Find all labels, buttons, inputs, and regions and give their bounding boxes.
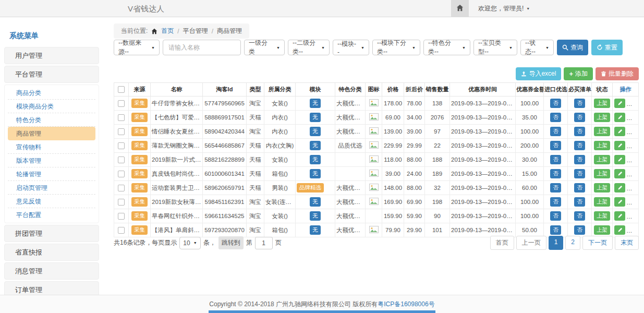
cell-coupon-time: 2019-09-13—2019-09-17 bbox=[450, 195, 516, 209]
cell-coupon-time: 2019-09-13—2019-09-17 bbox=[450, 97, 516, 111]
filter-feature-category[interactable]: --特色分类--▼ bbox=[423, 40, 470, 55]
pager-item[interactable]: 末页 bbox=[615, 236, 639, 250]
cell-module: 无 bbox=[296, 111, 335, 125]
filter-data-source[interactable]: --数据来源--▼ bbox=[114, 40, 160, 55]
edit-button[interactable] bbox=[614, 211, 625, 221]
row-checkbox[interactable] bbox=[118, 114, 125, 121]
edit-button[interactable] bbox=[614, 113, 625, 122]
imported-badge: 否 bbox=[550, 113, 561, 122]
cell-coupon-amount: 15.00 bbox=[516, 167, 544, 181]
add-button[interactable]: + 添加 bbox=[564, 67, 593, 80]
pager-item[interactable]: 下一页 bbox=[582, 236, 613, 250]
row-checkbox[interactable] bbox=[118, 199, 125, 206]
pager-item[interactable]: 首页 bbox=[490, 236, 514, 250]
sidebar-item[interactable]: 特色分类 bbox=[8, 113, 95, 127]
batch-delete-button[interactable]: 批量删除 bbox=[596, 67, 639, 80]
select-value: --模块下分类-- bbox=[377, 39, 409, 56]
pager-item[interactable]: 上一页 bbox=[516, 236, 546, 250]
cell-price: 229.99 bbox=[382, 139, 404, 153]
must-buy-badge: 否 bbox=[574, 99, 585, 107]
cell-actions bbox=[613, 125, 639, 139]
sidebar-item[interactable]: 商品分类 bbox=[8, 86, 95, 100]
cell-icon bbox=[366, 209, 382, 223]
edit-button[interactable] bbox=[614, 141, 625, 150]
sidebar-item[interactable]: 轮播管理 bbox=[8, 167, 95, 181]
query-button[interactable]: 查询 bbox=[557, 40, 588, 55]
cell-sales: 101 bbox=[425, 223, 450, 237]
row-checkbox[interactable] bbox=[118, 100, 125, 107]
column-header: 所属分类 bbox=[264, 83, 296, 97]
sidebar-item[interactable]: 拼团管理 bbox=[4, 225, 99, 242]
select-value: --二级分类-- bbox=[293, 39, 318, 56]
select-all-checkbox[interactable] bbox=[118, 86, 125, 93]
filter-item-type[interactable]: --宝贝类型--▼ bbox=[473, 40, 517, 55]
column-header: 进口优选 bbox=[544, 83, 568, 97]
sidebar-item[interactable]: 平台配置 bbox=[8, 208, 95, 222]
jump-button[interactable]: 跳转到 bbox=[218, 236, 244, 249]
pagination-bar: 共16条记录，每页显示 10 ▼ 条， 跳转到 第 页 首页上一页12下一页末页 bbox=[114, 236, 639, 250]
sidebar-item[interactable]: 意见反馈 bbox=[8, 195, 95, 208]
row-checkbox[interactable] bbox=[118, 142, 125, 149]
edit-button[interactable] bbox=[614, 169, 625, 178]
welcome-dropdown[interactable]: 欢迎您，管理员! ▼ bbox=[478, 4, 530, 13]
select-value: 一级分类 bbox=[249, 39, 273, 56]
home-button[interactable] bbox=[451, 0, 469, 17]
edit-button[interactable] bbox=[614, 99, 625, 108]
sidebar-item[interactable]: 宣传物料 bbox=[8, 140, 95, 154]
pager-item[interactable]: 2 bbox=[565, 236, 580, 250]
row-checkbox[interactable] bbox=[118, 156, 125, 163]
filter-name[interactable] bbox=[163, 40, 241, 55]
cell-select bbox=[114, 167, 129, 181]
edit-button[interactable] bbox=[614, 225, 625, 235]
cell-discount-price: 78.00 bbox=[404, 97, 425, 111]
cell-taoke-id: 596611634525 bbox=[203, 209, 247, 223]
sidebar-item[interactable]: 模块商品分类 bbox=[8, 100, 95, 113]
filter-module-sub-category[interactable]: --模块下分类--▼ bbox=[372, 40, 420, 55]
filter-module[interactable]: --模块--▼ bbox=[333, 40, 369, 55]
cell-price: 118.00 bbox=[382, 153, 404, 167]
cell-category: 女装(连衣裙) bbox=[264, 195, 296, 209]
breadcrumb-home-link[interactable]: 首页 bbox=[161, 27, 174, 35]
sidebar-item[interactable]: 省直快报 bbox=[4, 244, 99, 261]
cell-sales: 97 bbox=[425, 125, 450, 139]
row-checkbox[interactable] bbox=[118, 213, 125, 220]
edit-button[interactable] bbox=[614, 155, 625, 164]
module-badge: 无 bbox=[310, 211, 321, 220]
source-badge: 采集 bbox=[131, 169, 148, 178]
row-checkbox[interactable] bbox=[118, 185, 125, 191]
edit-button[interactable] bbox=[614, 183, 625, 192]
cell-imported: 否 bbox=[544, 167, 568, 181]
cell-feature: 大额优惠券 bbox=[335, 195, 366, 209]
reset-button[interactable]: 重置 bbox=[591, 40, 623, 55]
footer-icp-link[interactable]: 粤ICP备16098006号 bbox=[378, 300, 434, 309]
cell-taoke-id: 588869917501 bbox=[203, 111, 247, 125]
sidebar-item[interactable]: 商品管理 bbox=[8, 127, 95, 140]
sidebar-item[interactable]: 平台管理 bbox=[4, 66, 99, 83]
sidebar-item[interactable]: 版本管理 bbox=[8, 154, 95, 167]
must-buy-badge: 否 bbox=[574, 141, 585, 150]
import-excel-button[interactable]: 导入excel bbox=[516, 67, 561, 80]
filter-level1-category[interactable]: 一级分类▼ bbox=[244, 40, 285, 55]
cell-source: 采集 bbox=[129, 223, 151, 237]
filter-level2-category[interactable]: --二级分类--▼ bbox=[288, 40, 330, 55]
edit-button[interactable] bbox=[614, 197, 625, 207]
sidebar-item[interactable]: 消息管理 bbox=[4, 262, 99, 280]
product-image bbox=[369, 184, 379, 191]
product-image bbox=[369, 198, 379, 205]
page-size-select[interactable]: 10 ▼ bbox=[179, 237, 200, 249]
status-badge: 上架 bbox=[594, 211, 610, 220]
sidebar-item[interactable]: 用户管理 bbox=[4, 47, 99, 64]
row-checkbox[interactable] bbox=[118, 171, 125, 177]
row-checkbox[interactable] bbox=[118, 227, 125, 234]
source-badge: 采集 bbox=[131, 155, 148, 164]
jump-page-input[interactable] bbox=[255, 237, 273, 249]
home-icon bbox=[456, 4, 464, 14]
pager-item[interactable]: 1 bbox=[549, 236, 564, 250]
cell-imported: 否 bbox=[544, 195, 568, 209]
header-right: 欢迎您，管理员! ▼ bbox=[451, 0, 530, 17]
sidebar-item[interactable]: 启动页管理 bbox=[8, 181, 95, 195]
row-checkbox[interactable] bbox=[118, 128, 125, 135]
filter-status[interactable]: --状态--▼ bbox=[520, 40, 554, 55]
sidebar-title: 系统菜单 bbox=[4, 27, 99, 47]
edit-button[interactable] bbox=[614, 127, 625, 136]
